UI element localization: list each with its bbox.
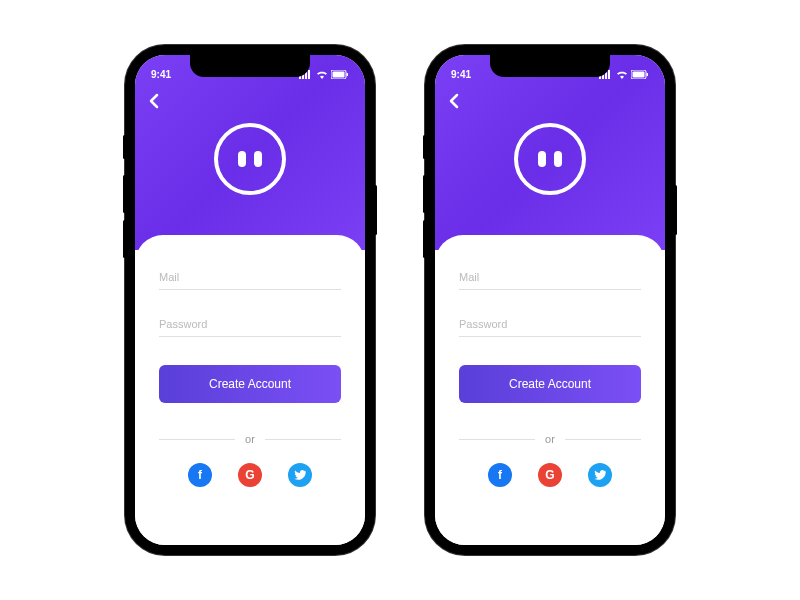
- side-button: [674, 185, 677, 235]
- side-button: [123, 175, 126, 213]
- password-field[interactable]: [159, 312, 341, 337]
- password-group: [459, 312, 641, 337]
- svg-rect-12: [633, 71, 645, 77]
- facebook-icon: f: [198, 468, 202, 482]
- divider: or: [159, 433, 341, 445]
- divider: or: [459, 433, 641, 445]
- side-button: [423, 175, 426, 213]
- side-button: [374, 185, 377, 235]
- signup-card: Create Account or f G: [435, 235, 665, 545]
- wifi-icon: [616, 70, 628, 79]
- divider-line: [565, 439, 641, 440]
- facebook-button[interactable]: f: [488, 463, 512, 487]
- logo-eye: [238, 151, 246, 167]
- divider-line: [159, 439, 235, 440]
- google-button[interactable]: G: [538, 463, 562, 487]
- header: 9:41: [135, 55, 365, 250]
- logo-eye: [554, 151, 562, 167]
- social-row: f G: [459, 463, 641, 487]
- create-account-button[interactable]: Create Account: [459, 365, 641, 403]
- password-group: [159, 312, 341, 337]
- back-button[interactable]: [149, 93, 159, 113]
- svg-rect-6: [347, 73, 349, 76]
- logo-eye: [254, 151, 262, 167]
- svg-rect-10: [608, 70, 610, 79]
- facebook-icon: f: [498, 468, 502, 482]
- social-row: f G: [159, 463, 341, 487]
- status-time: 9:41: [451, 69, 471, 80]
- divider-text: or: [245, 433, 255, 445]
- wifi-icon: [316, 70, 328, 79]
- twitter-icon: [294, 470, 306, 480]
- screen: 9:41 Create Account: [435, 55, 665, 545]
- chevron-left-icon: [449, 93, 459, 109]
- battery-icon: [331, 70, 349, 79]
- battery-icon: [631, 70, 649, 79]
- twitter-button[interactable]: [288, 463, 312, 487]
- twitter-button[interactable]: [588, 463, 612, 487]
- side-button: [123, 135, 126, 159]
- back-button[interactable]: [449, 93, 459, 113]
- twitter-icon: [594, 470, 606, 480]
- app-logo: [514, 123, 586, 195]
- phone-mockup-right: 9:41 Create Account: [425, 45, 675, 555]
- mail-field[interactable]: [159, 265, 341, 290]
- signup-card: Create Account or f G: [135, 235, 365, 545]
- mail-group: [459, 265, 641, 290]
- google-icon: G: [245, 468, 254, 482]
- header: 9:41: [435, 55, 665, 250]
- divider-line: [459, 439, 535, 440]
- divider-text: or: [545, 433, 555, 445]
- phone-mockup-left: 9:41 Create Account: [125, 45, 375, 555]
- notch: [490, 55, 610, 77]
- logo-eye: [538, 151, 546, 167]
- svg-rect-13: [647, 73, 649, 76]
- password-field[interactable]: [459, 312, 641, 337]
- svg-rect-5: [333, 71, 345, 77]
- app-logo: [214, 123, 286, 195]
- status-time: 9:41: [151, 69, 171, 80]
- create-account-button[interactable]: Create Account: [159, 365, 341, 403]
- chevron-left-icon: [149, 93, 159, 109]
- mail-group: [159, 265, 341, 290]
- side-button: [423, 135, 426, 159]
- google-icon: G: [545, 468, 554, 482]
- mail-field[interactable]: [459, 265, 641, 290]
- side-button: [423, 220, 426, 258]
- side-button: [123, 220, 126, 258]
- svg-rect-3: [308, 70, 310, 79]
- notch: [190, 55, 310, 77]
- divider-line: [265, 439, 341, 440]
- screen: 9:41 Create Account: [135, 55, 365, 545]
- google-button[interactable]: G: [238, 463, 262, 487]
- facebook-button[interactable]: f: [188, 463, 212, 487]
